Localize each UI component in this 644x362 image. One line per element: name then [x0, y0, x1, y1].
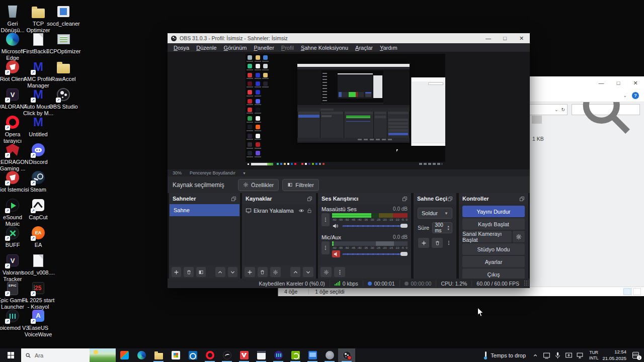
- remove-scene-button[interactable]: [184, 267, 193, 277]
- scene-up-button[interactable]: [215, 267, 225, 277]
- desktop-icon-obs-studio[interactable]: OBS Studio: [44, 87, 83, 110]
- scene-down-button[interactable]: [228, 267, 237, 277]
- resize-grip[interactable]: [524, 280, 529, 287]
- desktop-icon-fl-2025-start[interactable]: FL 2025 start - Kısayol: [19, 281, 57, 310]
- clock[interactable]: 12:5421.05.2025: [602, 349, 626, 361]
- desktop-icon-untitled[interactable]: Untitled: [19, 115, 57, 138]
- desktop-icon-steam[interactable]: Steam: [19, 170, 57, 193]
- obs-close-button[interactable]: ✕: [513, 33, 530, 43]
- desktop-icon-discord[interactable]: Discord: [19, 142, 57, 165]
- popout-icon[interactable]: [307, 196, 312, 202]
- source-item[interactable]: Ekran Yakalama: [243, 204, 315, 217]
- explorer-close-button[interactable]: ✕: [627, 76, 644, 89]
- taskbar-app-obs[interactable]: [338, 348, 355, 362]
- refresh-icon[interactable]: ↻: [561, 107, 565, 112]
- add-transition-button[interactable]: [418, 238, 429, 248]
- taskbar-app-microsoft-store[interactable]: [167, 348, 184, 362]
- menu-araçlar[interactable]: Araçlar: [352, 45, 376, 51]
- details-view-button[interactable]: [623, 288, 631, 295]
- taskbar-search[interactable]: Ara: [21, 348, 116, 362]
- scene-item[interactable]: Sahne: [170, 204, 239, 216]
- menu-düzenle[interactable]: Düzenle: [193, 45, 220, 51]
- explorer-search-box[interactable]: DISK (D:) klasöründe ara: [572, 104, 640, 115]
- lock-icon[interactable]: [306, 208, 312, 214]
- remove-transition-button[interactable]: [432, 238, 443, 248]
- virtual-camera-settings-button[interactable]: [513, 231, 525, 242]
- obs-minimize-button[interactable]: —: [480, 33, 497, 43]
- taskbar-app-medal[interactable]: [218, 348, 235, 362]
- menu-görünüm[interactable]: Görünüm: [220, 45, 251, 51]
- transition-menu-button[interactable]: [445, 238, 452, 248]
- settings-button[interactable]: Ayarlar: [462, 256, 525, 267]
- microphone-icon[interactable]: [554, 351, 561, 359]
- address-dropdown-icon[interactable]: ⌄: [554, 107, 558, 112]
- desktop-icon-capcut[interactable]: CapCut: [19, 198, 57, 221]
- advanced-audio-button[interactable]: [320, 267, 332, 277]
- start-recording-button[interactable]: Kaydı Başlat: [462, 218, 525, 230]
- studio-mode-button[interactable]: Stüdyo Modu: [462, 243, 525, 255]
- desktop-icon-socd-cleaner[interactable]: socd_cleaner: [44, 4, 83, 27]
- notification-icon[interactable]: 1: [631, 351, 640, 359]
- taskbar-app-opera[interactable]: [201, 348, 218, 362]
- obs-titlebar[interactable]: OBS 31.0.3 - Profil: İsimsiz - Sahneler:…: [168, 33, 530, 43]
- selected-file-icon[interactable]: [532, 116, 542, 124]
- taskbar-app-app-window[interactable]: [253, 348, 270, 362]
- explorer-minimize-button[interactable]: —: [593, 76, 610, 89]
- language-indicator[interactable]: TURINTL: [589, 350, 598, 360]
- scene-filters-button[interactable]: [196, 267, 206, 277]
- cast-icon[interactable]: [543, 351, 550, 359]
- popout-icon[interactable]: [402, 196, 408, 202]
- taskbar-app-edge[interactable]: [133, 348, 150, 362]
- desktop-icon-ea[interactable]: EA: [19, 225, 57, 248]
- weather-text[interactable]: Temps to drop: [491, 352, 526, 358]
- transition-select[interactable]: Soldur▼: [418, 208, 452, 219]
- remove-source-button[interactable]: [258, 267, 268, 277]
- taskbar-app-outlook[interactable]: [184, 348, 201, 362]
- source-up-button[interactable]: [290, 267, 301, 277]
- fit-to-window-control[interactable]: Pencereye Boyutlandır▼: [190, 170, 246, 175]
- tray-expand-icon[interactable]: [533, 353, 538, 358]
- desktop-icon-socd-v008-doc[interactable]: socd_v008....: [19, 253, 57, 276]
- muted-speaker-icon[interactable]: [332, 250, 340, 257]
- obs-maximize-button[interactable]: □: [497, 33, 513, 43]
- obs-preview-area[interactable]: [168, 52, 530, 169]
- visibility-icon[interactable]: [298, 208, 304, 214]
- start-button[interactable]: [0, 348, 21, 362]
- ribbon-collapse-icon[interactable]: ⌄: [623, 93, 627, 98]
- popout-icon[interactable]: [231, 196, 236, 202]
- desktop-icon-tcpoptimizer-app[interactable]: TCPOptimizer: [44, 32, 83, 55]
- taskbar-app-valorant[interactable]: [235, 348, 253, 362]
- properties-button[interactable]: Özellikler: [238, 179, 279, 191]
- network-icon[interactable]: [576, 351, 584, 359]
- stop-streaming-button[interactable]: Yayını Durdur: [462, 206, 525, 217]
- filters-button[interactable]: Filtreler: [282, 179, 319, 191]
- menu-sahne-koleksiyonu[interactable]: Sahne Koleksiyonu: [297, 45, 352, 51]
- taskbar-app-widgets[interactable]: [116, 348, 133, 362]
- popout-icon[interactable]: [447, 196, 453, 202]
- popout-icon[interactable]: [519, 196, 525, 202]
- icons-view-button[interactable]: [633, 288, 641, 295]
- menu-yardım[interactable]: Yardım: [376, 45, 401, 51]
- speaker-icon[interactable]: [332, 222, 340, 229]
- desktop-icon-rawaccel-folder[interactable]: RawAccel: [44, 59, 83, 82]
- add-scene-button[interactable]: [172, 267, 181, 277]
- channel-menu-button[interactable]: [321, 213, 330, 226]
- menu-paneller[interactable]: Paneller: [250, 45, 277, 51]
- menu-dosya[interactable]: Dosya: [170, 45, 193, 51]
- virtual-camera-button[interactable]: Sanal Kamerayı Başlat: [462, 231, 512, 242]
- thermometer-icon[interactable]: [484, 351, 488, 359]
- volume-slider[interactable]: [343, 223, 408, 228]
- desktop-icon-easeus-voicewave[interactable]: EaseUS VoiceWave: [19, 308, 57, 338]
- add-source-button[interactable]: [245, 267, 255, 277]
- channel-menu-button[interactable]: [321, 241, 330, 254]
- help-icon[interactable]: ?: [632, 92, 639, 99]
- screen-share-icon[interactable]: [565, 351, 573, 359]
- menu-profil[interactable]: Profil: [278, 45, 297, 51]
- taskbar-app-file-explorer[interactable]: [150, 348, 167, 362]
- duration-spinbox[interactable]: 300 ms▲▼: [432, 222, 452, 233]
- explorer-maximize-button[interactable]: □: [610, 76, 627, 89]
- taskbar-app-gray-app[interactable]: [321, 348, 338, 362]
- mixer-menu-button[interactable]: [334, 267, 345, 277]
- source-down-button[interactable]: [303, 267, 313, 277]
- taskbar-app-nvidia[interactable]: [287, 348, 304, 362]
